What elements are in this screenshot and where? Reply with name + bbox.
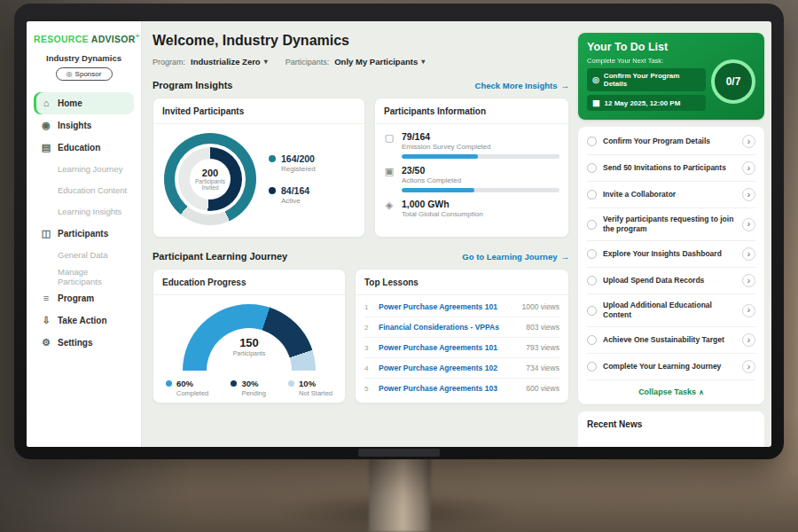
task-chevron-button[interactable]: › (742, 135, 755, 148)
chevron-right-icon: › (747, 220, 750, 229)
legend-value: 84/164 (281, 185, 309, 196)
todo-task-row[interactable]: Send 50 Invitations to Participants › (587, 155, 755, 182)
task-chevron-button[interactable]: › (742, 247, 755, 261)
sidebar-item-label: Program (58, 293, 94, 303)
lesson-link[interactable]: Power Purchase Agreements 101 (379, 343, 519, 352)
education-progress-card: Education Progress 150 Participants (153, 269, 346, 403)
program-filter-value: Industrialize Zero (191, 57, 261, 66)
sidebar-item-home[interactable]: ⌂ Home (34, 92, 134, 114)
settings-gear-icon: ⚙ (41, 337, 51, 348)
sidebar-item-participants[interactable]: ◫ Participants (34, 223, 134, 245)
info-value: 79/164 (402, 131, 559, 142)
main-content: Welcome, Industry Dynamics Program: Indu… (153, 21, 569, 447)
page-title: Welcome, Industry Dynamics (153, 33, 569, 49)
lesson-views: 734 views (526, 364, 559, 372)
consumption-icon: ◈ (384, 200, 395, 218)
sidebar-item-insights[interactable]: ◉ Insights (34, 114, 134, 137)
sidebar-item-label: Take Action (58, 316, 107, 325)
legend-value: 10% (299, 379, 332, 388)
legend-label: Pending (241, 389, 266, 397)
task-chevron-button[interactable]: › (742, 188, 755, 201)
participants-filter-value: Only My Participants (334, 57, 418, 66)
survey-icon: ▢ (384, 132, 395, 159)
legend-value: 164/200 (281, 153, 316, 164)
todo-next-task[interactable]: ◎ Confirm Your Program Details (587, 68, 706, 91)
chevron-right-icon: › (747, 363, 750, 372)
todo-task-row[interactable]: Explore Your Insights Dashboard › (587, 241, 755, 268)
lesson-rank: 5 (364, 385, 372, 393)
task-chevron-button[interactable]: › (742, 304, 755, 317)
task-checkbox[interactable] (587, 362, 597, 372)
sidebar-item-general-data[interactable]: General Data (34, 245, 134, 266)
invited-participants-card: Invited Participants 200 Participants In… (153, 98, 365, 238)
todo-task-row[interactable]: Complete Your Learning Journey › (587, 354, 755, 380)
task-label: Confirm Your Program Details (603, 137, 736, 146)
legend-item: 84/164 Active (269, 185, 316, 205)
todo-panel: Your To Do List Complete Your Next Task:… (578, 21, 764, 447)
task-checkbox[interactable] (587, 249, 597, 259)
collapse-tasks-link[interactable]: Collapse Tasks∧ (587, 380, 755, 403)
chevron-right-icon: › (747, 277, 750, 286)
todo-task-row[interactable]: Invite a Collaborator › (587, 182, 755, 208)
sidebar-item-education[interactable]: ▤ Education (34, 137, 134, 159)
legend-item: 60% Completed (166, 379, 208, 397)
todo-next-task-label: Confirm Your Program Details (604, 72, 700, 88)
photo-background: RESOURCE ADVISOR+ Industry Dynamics ◎ Sp… (0, 0, 798, 532)
task-chevron-button[interactable]: › (742, 274, 755, 287)
sidebar-nav: ⌂ Home ◉ Insights ▤ Education Learning J… (34, 92, 134, 354)
sidebar-item-program[interactable]: ≡ Program (34, 287, 134, 309)
task-chevron-button[interactable]: › (742, 161, 755, 175)
info-value: 1,000 GWh (402, 199, 559, 209)
legend-label: Active (281, 197, 309, 205)
legend-item: 30% Pending (231, 379, 266, 397)
task-label: Upload Additional Educational Content (603, 301, 736, 320)
task-checkbox[interactable] (587, 137, 597, 146)
todo-task-row[interactable]: Verify participants requesting to join t… (587, 208, 755, 241)
filter-bar: Program: Industrialize Zero ▾ Participan… (153, 57, 569, 66)
program-filter-dropdown[interactable]: Industrialize Zero ▾ (191, 57, 268, 66)
lesson-list: 1 Power Purchase Agreements 101 1000 vie… (356, 295, 568, 400)
sidebar-item-take-action[interactable]: ⇩ Take Action (34, 309, 134, 332)
task-checkbox[interactable] (587, 276, 597, 286)
lesson-link[interactable]: Financial Considerations - VPPAs (379, 323, 519, 332)
education-legend-dot (166, 380, 172, 387)
task-chevron-button[interactable]: › (742, 333, 755, 347)
donut-center-label: Participants Invited (192, 178, 228, 192)
logo-secondary: ADVISOR (91, 34, 136, 44)
sidebar-item-label: Insights (58, 121, 91, 130)
task-checkbox[interactable] (587, 306, 597, 316)
lesson-link[interactable]: Power Purchase Agreements 102 (379, 364, 519, 372)
insights-icon: ◉ (41, 120, 51, 131)
org-name: Industry Dynamics (34, 53, 134, 63)
lesson-views: 600 views (526, 384, 559, 393)
lesson-link[interactable]: Power Purchase Agreements 103 (379, 384, 519, 393)
sidebar-item-education-content[interactable]: Education Content (34, 180, 134, 201)
calendar-icon: ▦ (592, 98, 600, 107)
todo-due-label: 12 May 2025, 12:00 PM (605, 99, 681, 107)
task-checkbox[interactable] (587, 220, 597, 230)
participants-filter-dropdown[interactable]: Only My Participants ▾ (334, 57, 425, 66)
lesson-link[interactable]: Power Purchase Agreements 101 (379, 302, 514, 311)
todo-task-row[interactable]: Upload Spend Data Records › (587, 268, 755, 294)
sidebar-item-learning-journey[interactable]: Learning Journey (34, 159, 134, 180)
todo-due-date: ▦ 12 May 2025, 12:00 PM (587, 95, 706, 111)
gauge-center-label: Participants (207, 350, 292, 356)
sidebar-item-settings[interactable]: ⚙ Settings (34, 332, 134, 354)
task-chevron-button[interactable]: › (742, 218, 755, 231)
sidebar-item-learning-insights[interactable]: Learning Insights (34, 201, 134, 223)
todo-progress-value: 0/7 (726, 75, 741, 88)
todo-task-row[interactable]: Achieve One Sustainability Target › (587, 327, 755, 354)
sidebar-item-manage-participants[interactable]: Manage Participants (34, 266, 134, 287)
sidebar-item-label: Learning Insights (58, 207, 121, 216)
go-to-learning-journey-link[interactable]: Go to Learning Journey → (462, 252, 569, 262)
sidebar-item-label: Learning Journey (58, 164, 122, 174)
chevron-right-icon: › (747, 336, 750, 345)
todo-task-row[interactable]: Confirm Your Program Details › (587, 129, 755, 155)
logo-plus: + (136, 32, 140, 40)
check-more-insights-link[interactable]: Check More Insights → (475, 81, 569, 90)
task-checkbox[interactable] (587, 335, 597, 345)
task-checkbox[interactable] (587, 190, 597, 200)
task-chevron-button[interactable]: › (742, 360, 755, 373)
todo-task-row[interactable]: Upload Additional Educational Content › (587, 294, 755, 327)
task-checkbox[interactable] (587, 163, 597, 173)
